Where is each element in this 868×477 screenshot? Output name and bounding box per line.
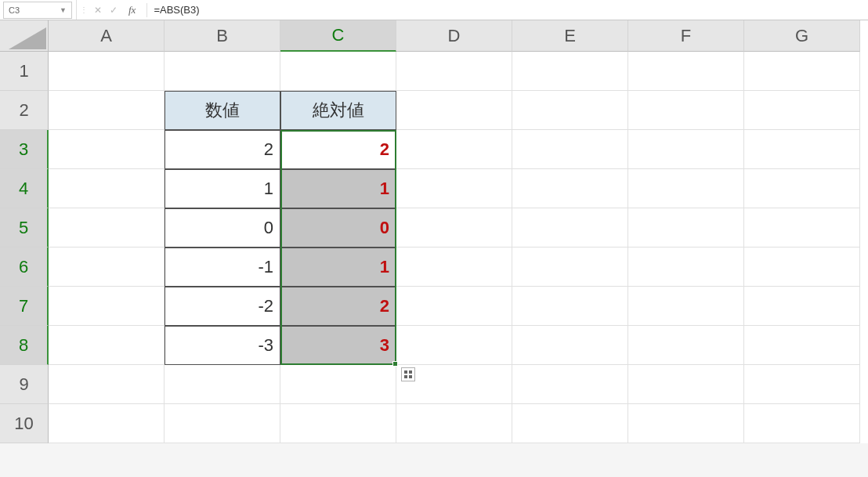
row-header-2[interactable]: 2 [0,91,49,130]
cell-B4[interactable]: 1 [165,169,280,208]
cell-F5[interactable] [628,208,744,248]
cell-F2[interactable] [628,91,744,130]
cell-E3[interactable] [512,130,628,169]
row-header-9[interactable]: 9 [0,365,49,404]
cell-G2[interactable] [744,91,860,130]
formula-input[interactable] [149,0,868,20]
row-header-5[interactable]: 5 [0,208,49,248]
cell-F4[interactable] [628,169,744,208]
cell-G6[interactable] [744,248,860,287]
col-header-E[interactable]: E [512,20,628,52]
select-all-corner[interactable] [0,20,49,52]
cell-F9[interactable] [628,365,744,404]
cell-E1[interactable] [512,52,628,91]
cell-D5[interactable] [396,208,512,248]
cell-C9[interactable] [280,365,396,404]
grip-icon[interactable]: ⋮ [80,7,88,13]
col-header-B[interactable]: B [165,20,280,52]
cell-G4[interactable] [744,169,860,208]
cell-B1[interactable] [165,52,280,91]
grid: A B C D E F G 1 2 数値 絶対値 3 2 2 4 1 1 [0,20,868,443]
cell-A2[interactable] [49,91,165,130]
cell-G8[interactable] [744,326,860,365]
cell-D10[interactable] [396,404,512,443]
col-header-A[interactable]: A [49,20,165,52]
cell-F1[interactable] [628,52,744,91]
cell-A6[interactable] [49,248,165,287]
cell-D8[interactable] [396,326,512,365]
cell-G5[interactable] [744,208,860,248]
cell-G9[interactable] [744,365,860,404]
row-header-7[interactable]: 7 [0,287,49,326]
cell-C1[interactable] [280,52,396,91]
autofill-options-button[interactable] [401,367,415,381]
cell-E5[interactable] [512,208,628,248]
cell-D4[interactable] [396,169,512,208]
cell-G7[interactable] [744,287,860,326]
cell-E8[interactable] [512,326,628,365]
name-box[interactable]: C3 ▼ [3,2,72,19]
row-header-10[interactable]: 10 [0,404,49,443]
cell-B2[interactable]: 数値 [165,91,280,130]
cell-C8[interactable]: 3 [280,326,396,365]
cell-A9[interactable] [49,365,165,404]
cell-B9[interactable] [165,365,280,404]
cell-C4[interactable]: 1 [280,169,396,208]
cell-G1[interactable] [744,52,860,91]
cell-C7[interactable]: 2 [280,287,396,326]
cell-A5[interactable] [49,208,165,248]
cell-A8[interactable] [49,326,165,365]
cancel-button[interactable]: ✕ [94,5,102,16]
col-header-D[interactable]: D [396,20,512,52]
enter-button[interactable]: ✓ [110,5,118,16]
fx-button[interactable]: fx [125,4,139,16]
cell-D3[interactable] [396,130,512,169]
cell-C10[interactable] [280,404,396,443]
name-box-value: C3 [9,5,20,15]
formula-buttons: ✕ ✓ fx [88,4,145,16]
col-header-C[interactable]: C [280,20,396,52]
cell-A7[interactable] [49,287,165,326]
cell-B8[interactable]: -3 [165,326,280,365]
separator [72,0,77,20]
row-header-6[interactable]: 6 [0,248,49,287]
cell-G3[interactable] [744,130,860,169]
cell-A10[interactable] [49,404,165,443]
cell-E9[interactable] [512,365,628,404]
col-header-F[interactable]: F [628,20,744,52]
row-header-3[interactable]: 3 [0,130,49,169]
cell-A4[interactable] [49,169,165,208]
cell-F8[interactable] [628,326,744,365]
cell-E6[interactable] [512,248,628,287]
cell-E10[interactable] [512,404,628,443]
cell-F10[interactable] [628,404,744,443]
col-header-G[interactable]: G [744,20,860,52]
cell-E7[interactable] [512,287,628,326]
cell-A3[interactable] [49,130,165,169]
cell-E2[interactable] [512,91,628,130]
cell-C3[interactable]: 2 [280,130,396,169]
cell-C5[interactable]: 0 [280,208,396,248]
cell-D2[interactable] [396,91,512,130]
cell-D1[interactable] [396,52,512,91]
cell-G10[interactable] [744,404,860,443]
cell-A1[interactable] [49,52,165,91]
cell-F6[interactable] [628,248,744,287]
cell-B6[interactable]: -1 [165,248,280,287]
cell-D7[interactable] [396,287,512,326]
cell-C2[interactable]: 絶対値 [280,91,396,130]
chevron-down-icon[interactable]: ▼ [60,6,67,14]
row-header-8[interactable]: 8 [0,326,49,365]
cell-B10[interactable] [165,404,280,443]
row-header-4[interactable]: 4 [0,169,49,208]
cell-B5[interactable]: 0 [165,208,280,248]
cell-F3[interactable] [628,130,744,169]
cell-E4[interactable] [512,169,628,208]
cell-F7[interactable] [628,287,744,326]
cell-B7[interactable]: -2 [165,287,280,326]
separator [146,3,147,17]
cell-C6[interactable]: 1 [280,248,396,287]
cell-D6[interactable] [396,248,512,287]
row-header-1[interactable]: 1 [0,52,49,91]
cell-B3[interactable]: 2 [165,130,280,169]
